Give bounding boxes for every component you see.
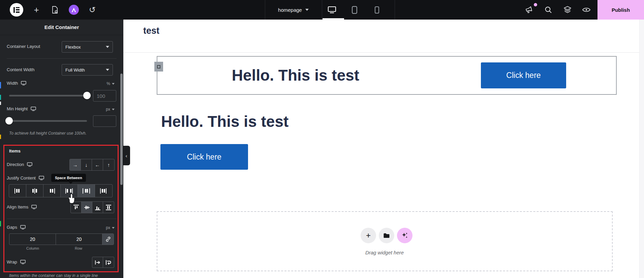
megaphone-icon <box>525 6 533 14</box>
min-height-label-row: Min Height <box>7 106 36 111</box>
align-end-button[interactable] <box>92 202 103 213</box>
add-element-button[interactable]: + <box>32 0 41 20</box>
width-input[interactable] <box>93 90 116 102</box>
panel-collapse-button[interactable]: ‹ <box>123 146 130 165</box>
chevron-down-icon <box>305 9 309 11</box>
justify-space-around-button[interactable] <box>78 185 95 197</box>
second-button-label: Click here <box>187 152 221 162</box>
justify-space-between-button[interactable] <box>61 185 78 197</box>
chevron-down-icon <box>112 227 115 229</box>
structure-button[interactable] <box>561 0 574 20</box>
direction-label-row: Direction <box>7 162 32 167</box>
page-settings-button[interactable] <box>50 0 60 20</box>
width-slider-handle[interactable] <box>83 92 91 99</box>
finder-search-button[interactable] <box>542 0 554 20</box>
ai-icon <box>71 8 76 12</box>
wrap-note: Items within the container can stay in a… <box>9 273 98 278</box>
arrow-down-icon: ↓ <box>85 162 88 168</box>
justify-tooltip: Space Between <box>51 174 86 182</box>
width-unit: % <box>106 81 110 86</box>
chevron-down-icon <box>112 109 115 110</box>
align-items-label-row: Align Items <box>7 204 37 210</box>
direction-column-reverse-button[interactable]: ↑ <box>103 159 114 170</box>
chevron-down-icon <box>106 46 109 48</box>
content-width-label: Content Width <box>7 67 34 72</box>
justify-space-evenly-icon <box>99 188 108 194</box>
justify-content-label-row: Justify Content <box>7 175 44 180</box>
second-click-here-button[interactable]: Click here <box>160 144 248 170</box>
container-layout-select[interactable]: Flexbox <box>62 41 113 53</box>
align-stretch-button[interactable] <box>103 202 114 213</box>
wrap-label: Wrap <box>7 259 17 265</box>
responsive-desktop-icon <box>27 162 32 167</box>
gap-link-button[interactable] <box>102 234 114 245</box>
height-note: To achieve full height Container use 100… <box>9 131 87 136</box>
responsive-desktop-icon <box>31 107 36 111</box>
responsive-desktop-icon <box>21 81 26 85</box>
min-height-slider-track[interactable] <box>9 120 87 122</box>
wrap-nowrap-button[interactable] <box>92 257 103 268</box>
device-tablet-button[interactable] <box>345 0 364 20</box>
content-width-select[interactable]: Full Width <box>62 64 113 76</box>
elementor-editor: + ↺ homepage <box>0 0 644 278</box>
wrap-wrap-button[interactable] <box>103 257 114 268</box>
publish-button[interactable]: Publish <box>597 0 644 20</box>
justify-start-icon <box>13 188 22 194</box>
whats-new-button[interactable] <box>523 0 535 20</box>
justify-start-button[interactable] <box>9 185 26 197</box>
min-height-input[interactable] <box>93 115 116 127</box>
preview-button[interactable] <box>580 0 592 20</box>
container-icon <box>157 65 160 68</box>
justify-end-icon <box>48 188 56 194</box>
canvas-scrollbar[interactable] <box>639 20 644 278</box>
width-unit-select[interactable]: % <box>106 81 115 86</box>
add-widget-button[interactable]: + <box>361 228 376 243</box>
justify-content-button-group <box>9 184 113 197</box>
gap-row-input[interactable] <box>56 234 102 245</box>
ai-assistant-button[interactable] <box>69 5 79 15</box>
align-items-button-group <box>70 201 114 213</box>
link-icon <box>105 237 111 242</box>
chevron-down-icon <box>106 69 109 71</box>
template-library-button[interactable] <box>379 228 394 243</box>
justify-space-evenly-button[interactable] <box>95 185 112 197</box>
history-button[interactable]: ↺ <box>87 0 98 20</box>
page-title: test <box>143 26 159 36</box>
hero-button-label: Click here <box>506 71 541 80</box>
direction-column-button[interactable]: ↓ <box>81 159 92 170</box>
hero-click-here-button[interactable]: Click here <box>481 62 566 88</box>
panel-scrollbar[interactable] <box>120 74 123 185</box>
direction-row-reverse-button[interactable]: ← <box>92 159 103 170</box>
second-heading[interactable]: Hello. This is test <box>161 112 288 131</box>
align-center-button[interactable] <box>82 202 92 213</box>
min-height-label: Min Height <box>7 106 28 111</box>
toolbar-divider <box>395 0 395 20</box>
width-slider-track[interactable] <box>9 95 87 96</box>
nowrap-icon <box>95 260 101 265</box>
align-items-label: Align Items <box>7 204 28 210</box>
ai-builder-button[interactable] <box>397 228 412 243</box>
direction-row-button[interactable]: → <box>70 159 81 170</box>
gap-column-input[interactable] <box>9 234 56 245</box>
responsive-desktop-icon <box>39 176 44 180</box>
container-layout-value: Flexbox <box>65 45 81 50</box>
device-desktop-button[interactable] <box>323 0 341 20</box>
page-selector-dropdown[interactable]: homepage <box>265 0 322 20</box>
align-center-icon <box>84 205 90 210</box>
elementor-logo[interactable] <box>10 3 23 17</box>
top-toolbar: + ↺ homepage <box>0 0 644 20</box>
notification-dot <box>534 3 537 6</box>
chevron-left-icon: ‹ <box>126 153 127 159</box>
min-height-slider-handle[interactable] <box>5 117 13 124</box>
search-icon <box>545 6 552 13</box>
align-start-button[interactable] <box>71 202 82 213</box>
wrap-icon <box>105 260 112 265</box>
hero-heading[interactable]: Hello. This is test <box>232 66 359 84</box>
justify-end-button[interactable] <box>43 185 61 197</box>
container-handle[interactable] <box>154 62 163 72</box>
layers-icon <box>563 6 572 14</box>
justify-center-button[interactable] <box>26 185 43 197</box>
device-mobile-button[interactable] <box>367 0 386 20</box>
min-height-unit-select[interactable]: px <box>106 107 115 112</box>
gaps-unit-select[interactable]: px <box>106 225 115 230</box>
